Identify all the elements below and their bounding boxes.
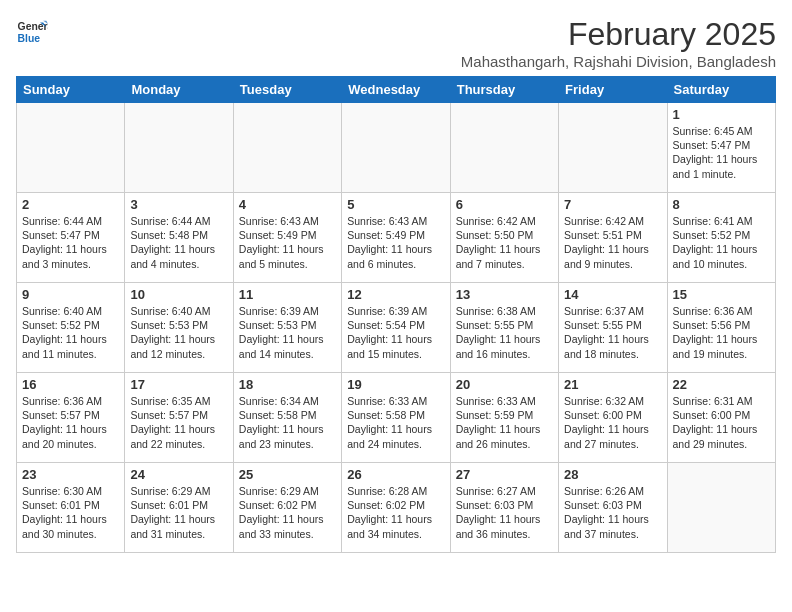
cell-0-4 xyxy=(450,103,558,193)
day-info-3-0: Sunrise: 6:36 AM Sunset: 5:57 PM Dayligh… xyxy=(22,394,119,451)
header-tuesday: Tuesday xyxy=(233,77,341,103)
day-number-3-4: 20 xyxy=(456,377,553,392)
day-info-3-3: Sunrise: 6:33 AM Sunset: 5:58 PM Dayligh… xyxy=(347,394,444,451)
cell-4-2: 25Sunrise: 6:29 AM Sunset: 6:02 PM Dayli… xyxy=(233,463,341,553)
day-number-3-6: 22 xyxy=(673,377,770,392)
day-info-1-0: Sunrise: 6:44 AM Sunset: 5:47 PM Dayligh… xyxy=(22,214,119,271)
day-number-2-6: 15 xyxy=(673,287,770,302)
logo-icon: General Blue xyxy=(16,16,48,48)
day-number-3-0: 16 xyxy=(22,377,119,392)
header-sunday: Sunday xyxy=(17,77,125,103)
day-info-2-4: Sunrise: 6:38 AM Sunset: 5:55 PM Dayligh… xyxy=(456,304,553,361)
day-number-2-2: 11 xyxy=(239,287,336,302)
day-number-3-3: 19 xyxy=(347,377,444,392)
day-info-1-6: Sunrise: 6:41 AM Sunset: 5:52 PM Dayligh… xyxy=(673,214,770,271)
cell-3-1: 17Sunrise: 6:35 AM Sunset: 5:57 PM Dayli… xyxy=(125,373,233,463)
day-info-3-6: Sunrise: 6:31 AM Sunset: 6:00 PM Dayligh… xyxy=(673,394,770,451)
day-number-4-2: 25 xyxy=(239,467,336,482)
cell-4-6 xyxy=(667,463,775,553)
week-row-0: 1Sunrise: 6:45 AM Sunset: 5:47 PM Daylig… xyxy=(17,103,776,193)
cell-4-3: 26Sunrise: 6:28 AM Sunset: 6:02 PM Dayli… xyxy=(342,463,450,553)
calendar-subtitle: Mahasthangarh, Rajshahi Division, Bangla… xyxy=(461,53,776,70)
logo: General Blue xyxy=(16,16,48,48)
day-number-3-2: 18 xyxy=(239,377,336,392)
day-number-1-0: 2 xyxy=(22,197,119,212)
day-info-4-3: Sunrise: 6:28 AM Sunset: 6:02 PM Dayligh… xyxy=(347,484,444,541)
day-info-1-5: Sunrise: 6:42 AM Sunset: 5:51 PM Dayligh… xyxy=(564,214,661,271)
day-number-4-0: 23 xyxy=(22,467,119,482)
day-info-1-1: Sunrise: 6:44 AM Sunset: 5:48 PM Dayligh… xyxy=(130,214,227,271)
day-info-3-5: Sunrise: 6:32 AM Sunset: 6:00 PM Dayligh… xyxy=(564,394,661,451)
day-info-4-5: Sunrise: 6:26 AM Sunset: 6:03 PM Dayligh… xyxy=(564,484,661,541)
cell-0-5 xyxy=(559,103,667,193)
day-number-3-1: 17 xyxy=(130,377,227,392)
day-number-1-6: 8 xyxy=(673,197,770,212)
header-wednesday: Wednesday xyxy=(342,77,450,103)
cell-1-5: 7Sunrise: 6:42 AM Sunset: 5:51 PM Daylig… xyxy=(559,193,667,283)
cell-4-5: 28Sunrise: 6:26 AM Sunset: 6:03 PM Dayli… xyxy=(559,463,667,553)
day-info-4-2: Sunrise: 6:29 AM Sunset: 6:02 PM Dayligh… xyxy=(239,484,336,541)
cell-0-0 xyxy=(17,103,125,193)
cell-3-6: 22Sunrise: 6:31 AM Sunset: 6:00 PM Dayli… xyxy=(667,373,775,463)
page-header: General Blue February 2025 Mahasthangarh… xyxy=(16,16,776,70)
cell-0-1 xyxy=(125,103,233,193)
day-number-2-0: 9 xyxy=(22,287,119,302)
cell-2-1: 10Sunrise: 6:40 AM Sunset: 5:53 PM Dayli… xyxy=(125,283,233,373)
day-info-1-3: Sunrise: 6:43 AM Sunset: 5:49 PM Dayligh… xyxy=(347,214,444,271)
cell-4-4: 27Sunrise: 6:27 AM Sunset: 6:03 PM Dayli… xyxy=(450,463,558,553)
cell-0-2 xyxy=(233,103,341,193)
cell-2-3: 12Sunrise: 6:39 AM Sunset: 5:54 PM Dayli… xyxy=(342,283,450,373)
cell-1-3: 5Sunrise: 6:43 AM Sunset: 5:49 PM Daylig… xyxy=(342,193,450,283)
day-number-1-4: 6 xyxy=(456,197,553,212)
cell-0-3 xyxy=(342,103,450,193)
cell-2-4: 13Sunrise: 6:38 AM Sunset: 5:55 PM Dayli… xyxy=(450,283,558,373)
header-thursday: Thursday xyxy=(450,77,558,103)
cell-3-0: 16Sunrise: 6:36 AM Sunset: 5:57 PM Dayli… xyxy=(17,373,125,463)
day-info-2-1: Sunrise: 6:40 AM Sunset: 5:53 PM Dayligh… xyxy=(130,304,227,361)
cell-1-2: 4Sunrise: 6:43 AM Sunset: 5:49 PM Daylig… xyxy=(233,193,341,283)
day-info-1-4: Sunrise: 6:42 AM Sunset: 5:50 PM Dayligh… xyxy=(456,214,553,271)
day-number-1-1: 3 xyxy=(130,197,227,212)
day-info-3-1: Sunrise: 6:35 AM Sunset: 5:57 PM Dayligh… xyxy=(130,394,227,451)
cell-4-1: 24Sunrise: 6:29 AM Sunset: 6:01 PM Dayli… xyxy=(125,463,233,553)
cell-2-5: 14Sunrise: 6:37 AM Sunset: 5:55 PM Dayli… xyxy=(559,283,667,373)
day-info-2-2: Sunrise: 6:39 AM Sunset: 5:53 PM Dayligh… xyxy=(239,304,336,361)
week-row-1: 2Sunrise: 6:44 AM Sunset: 5:47 PM Daylig… xyxy=(17,193,776,283)
day-number-3-5: 21 xyxy=(564,377,661,392)
calendar-header-row: Sunday Monday Tuesday Wednesday Thursday… xyxy=(17,77,776,103)
cell-3-3: 19Sunrise: 6:33 AM Sunset: 5:58 PM Dayli… xyxy=(342,373,450,463)
day-info-4-0: Sunrise: 6:30 AM Sunset: 6:01 PM Dayligh… xyxy=(22,484,119,541)
week-row-3: 16Sunrise: 6:36 AM Sunset: 5:57 PM Dayli… xyxy=(17,373,776,463)
day-number-2-4: 13 xyxy=(456,287,553,302)
day-number-4-3: 26 xyxy=(347,467,444,482)
cell-3-4: 20Sunrise: 6:33 AM Sunset: 5:59 PM Dayli… xyxy=(450,373,558,463)
day-number-2-3: 12 xyxy=(347,287,444,302)
day-info-2-6: Sunrise: 6:36 AM Sunset: 5:56 PM Dayligh… xyxy=(673,304,770,361)
cell-1-0: 2Sunrise: 6:44 AM Sunset: 5:47 PM Daylig… xyxy=(17,193,125,283)
day-number-1-5: 7 xyxy=(564,197,661,212)
day-number-4-5: 28 xyxy=(564,467,661,482)
day-info-2-3: Sunrise: 6:39 AM Sunset: 5:54 PM Dayligh… xyxy=(347,304,444,361)
cell-3-5: 21Sunrise: 6:32 AM Sunset: 6:00 PM Dayli… xyxy=(559,373,667,463)
cell-2-6: 15Sunrise: 6:36 AM Sunset: 5:56 PM Dayli… xyxy=(667,283,775,373)
day-number-4-4: 27 xyxy=(456,467,553,482)
week-row-4: 23Sunrise: 6:30 AM Sunset: 6:01 PM Dayli… xyxy=(17,463,776,553)
day-info-2-5: Sunrise: 6:37 AM Sunset: 5:55 PM Dayligh… xyxy=(564,304,661,361)
cell-4-0: 23Sunrise: 6:30 AM Sunset: 6:01 PM Dayli… xyxy=(17,463,125,553)
header-saturday: Saturday xyxy=(667,77,775,103)
svg-text:Blue: Blue xyxy=(18,33,41,44)
day-info-1-2: Sunrise: 6:43 AM Sunset: 5:49 PM Dayligh… xyxy=(239,214,336,271)
day-info-0-6: Sunrise: 6:45 AM Sunset: 5:47 PM Dayligh… xyxy=(673,124,770,181)
cell-2-0: 9Sunrise: 6:40 AM Sunset: 5:52 PM Daylig… xyxy=(17,283,125,373)
day-info-2-0: Sunrise: 6:40 AM Sunset: 5:52 PM Dayligh… xyxy=(22,304,119,361)
calendar-table: Sunday Monday Tuesday Wednesday Thursday… xyxy=(16,76,776,553)
day-number-2-5: 14 xyxy=(564,287,661,302)
header-monday: Monday xyxy=(125,77,233,103)
cell-3-2: 18Sunrise: 6:34 AM Sunset: 5:58 PM Dayli… xyxy=(233,373,341,463)
cell-1-6: 8Sunrise: 6:41 AM Sunset: 5:52 PM Daylig… xyxy=(667,193,775,283)
day-info-3-4: Sunrise: 6:33 AM Sunset: 5:59 PM Dayligh… xyxy=(456,394,553,451)
cell-0-6: 1Sunrise: 6:45 AM Sunset: 5:47 PM Daylig… xyxy=(667,103,775,193)
day-info-4-1: Sunrise: 6:29 AM Sunset: 6:01 PM Dayligh… xyxy=(130,484,227,541)
day-number-0-6: 1 xyxy=(673,107,770,122)
day-info-3-2: Sunrise: 6:34 AM Sunset: 5:58 PM Dayligh… xyxy=(239,394,336,451)
